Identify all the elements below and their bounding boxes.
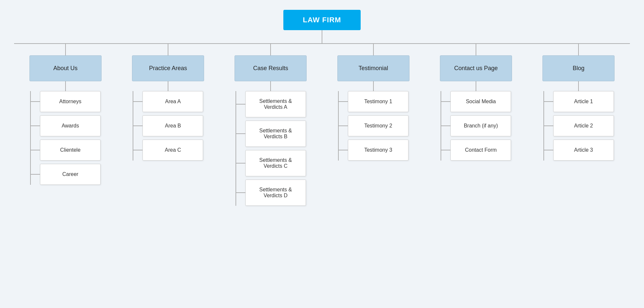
child-item-practice-areas-0: Area A xyxy=(133,91,203,112)
child-h-connector-blog-0 xyxy=(544,101,553,102)
child-item-about-us-2: Clientele xyxy=(31,140,101,161)
child-h-connector-contact-us-page-2 xyxy=(441,150,450,150)
col-bottom-connector-blog xyxy=(578,81,579,91)
child-h-connector-about-us-2 xyxy=(31,150,40,150)
children-list-case-results: Settlements &Verdicts ASettlements &Verd… xyxy=(236,91,306,206)
child-node-contact-us-page-2: Contact Form xyxy=(450,140,511,161)
child-node-testimonial-0: Testimony 1 xyxy=(348,91,408,112)
header-node-blog: Blog xyxy=(542,55,615,81)
column-about-us: About UsAttorneysAwardsClienteleCareer xyxy=(14,44,117,185)
child-item-contact-us-page-1: Branch (if any) xyxy=(441,115,511,136)
child-item-blog-1: Article 2 xyxy=(544,115,614,136)
col-top-connector-blog xyxy=(578,44,579,55)
col-top-connector-practice-areas xyxy=(168,44,168,55)
child-item-case-results-3: Settlements &Verdicts D xyxy=(236,180,306,206)
col-top-connector-case-results xyxy=(270,44,271,55)
header-node-testimonial: Testimonial xyxy=(337,55,409,81)
child-item-practice-areas-1: Area B xyxy=(133,115,203,136)
column-blog: BlogArticle 1Article 2Article 3 xyxy=(527,44,630,161)
child-h-connector-case-results-2 xyxy=(236,163,245,164)
child-h-connector-practice-areas-0 xyxy=(133,101,142,102)
child-node-practice-areas-0: Area A xyxy=(142,91,203,112)
col-bottom-connector-contact-us-page xyxy=(476,81,476,91)
child-node-testimonial-2: Testimony 3 xyxy=(348,140,408,161)
child-node-practice-areas-2: Area C xyxy=(142,140,203,161)
child-h-connector-about-us-0 xyxy=(31,101,40,102)
col-top-connector-contact-us-page xyxy=(476,44,476,55)
child-h-connector-case-results-0 xyxy=(236,104,245,105)
child-node-case-results-0: Settlements &Verdicts A xyxy=(245,91,306,117)
child-h-connector-practice-areas-1 xyxy=(133,125,142,126)
header-node-practice-areas: Practice Areas xyxy=(132,55,204,81)
child-h-connector-practice-areas-2 xyxy=(133,150,142,150)
child-item-contact-us-page-0: Social Media xyxy=(441,91,511,112)
child-h-connector-contact-us-page-1 xyxy=(441,125,450,126)
child-item-blog-2: Article 3 xyxy=(544,140,614,161)
child-node-blog-1: Article 2 xyxy=(553,115,614,136)
child-item-about-us-0: Attorneys xyxy=(31,91,101,112)
root-node: LAW FIRM xyxy=(283,10,361,30)
col-bottom-connector-case-results xyxy=(270,81,271,91)
child-item-case-results-0: Settlements &Verdicts A xyxy=(236,91,306,117)
child-h-connector-about-us-3 xyxy=(31,174,40,175)
column-testimonial: TestimonialTestimony 1Testimony 2Testimo… xyxy=(322,44,425,161)
child-item-about-us-1: Awards xyxy=(31,115,101,136)
child-node-contact-us-page-0: Social Media xyxy=(450,91,511,112)
col-bottom-connector-testimonial xyxy=(373,81,374,91)
columns-row: About UsAttorneysAwardsClienteleCareerPr… xyxy=(14,44,630,206)
child-node-practice-areas-1: Area B xyxy=(142,115,203,136)
child-node-about-us-2: Clientele xyxy=(40,140,101,161)
column-practice-areas: Practice AreasArea AArea BArea C xyxy=(117,44,219,161)
child-item-contact-us-page-2: Contact Form xyxy=(441,140,511,161)
root-vertical-connector xyxy=(322,30,322,43)
child-node-testimonial-1: Testimony 2 xyxy=(348,115,408,136)
child-node-about-us-1: Awards xyxy=(40,115,101,136)
children-list-practice-areas: Area AArea BArea C xyxy=(133,91,203,161)
child-item-testimonial-2: Testimony 3 xyxy=(339,140,408,161)
child-h-connector-testimonial-0 xyxy=(339,101,348,102)
child-node-case-results-3: Settlements &Verdicts D xyxy=(245,180,306,206)
child-node-about-us-0: Attorneys xyxy=(40,91,101,112)
children-wrapper-practice-areas: Area AArea BArea C xyxy=(133,91,203,161)
child-h-connector-testimonial-2 xyxy=(339,150,348,150)
children-wrapper-blog: Article 1Article 2Article 3 xyxy=(543,91,614,161)
col-bottom-connector-practice-areas xyxy=(168,81,168,91)
child-item-testimonial-0: Testimony 1 xyxy=(339,91,408,112)
child-node-blog-2: Article 3 xyxy=(553,140,614,161)
column-contact-us-page: Contact us PageSocial MediaBranch (if an… xyxy=(425,44,527,161)
child-h-connector-testimonial-1 xyxy=(339,125,348,126)
child-node-contact-us-page-1: Branch (if any) xyxy=(450,115,511,136)
child-node-about-us-3: Career xyxy=(40,164,101,185)
child-node-case-results-2: Settlements &Verdicts C xyxy=(245,150,306,176)
children-wrapper-contact-us-page: Social MediaBranch (if any)Contact Form xyxy=(441,91,511,161)
col-top-connector-testimonial xyxy=(373,44,374,55)
children-list-testimonial: Testimony 1Testimony 2Testimony 3 xyxy=(339,91,408,161)
child-item-testimonial-1: Testimony 2 xyxy=(339,115,408,136)
child-item-practice-areas-2: Area C xyxy=(133,140,203,161)
child-item-case-results-1: Settlements &Verdicts B xyxy=(236,121,306,147)
column-case-results: Case ResultsSettlements &Verdicts ASettl… xyxy=(219,44,322,206)
child-h-connector-blog-2 xyxy=(544,150,553,150)
header-node-contact-us-page: Contact us Page xyxy=(440,55,512,81)
child-h-connector-case-results-1 xyxy=(236,133,245,134)
children-list-contact-us-page: Social MediaBranch (if any)Contact Form xyxy=(441,91,511,161)
child-item-about-us-3: Career xyxy=(31,164,101,185)
tree-container: LAW FIRM About UsAttorneysAwardsClientel… xyxy=(0,0,644,216)
children-list-blog: Article 1Article 2Article 3 xyxy=(544,91,614,161)
col-top-connector-about-us xyxy=(65,44,66,55)
child-item-case-results-2: Settlements &Verdicts C xyxy=(236,150,306,176)
child-h-connector-case-results-3 xyxy=(236,192,245,193)
child-h-connector-blog-1 xyxy=(544,125,553,126)
children-list-about-us: AttorneysAwardsClienteleCareer xyxy=(31,91,101,185)
col-bottom-connector-about-us xyxy=(65,81,66,91)
child-h-connector-about-us-1 xyxy=(31,125,40,126)
child-node-case-results-1: Settlements &Verdicts B xyxy=(245,121,306,147)
child-item-blog-0: Article 1 xyxy=(544,91,614,112)
header-node-about-us: About Us xyxy=(29,55,102,81)
children-wrapper-case-results: Settlements &Verdicts ASettlements &Verd… xyxy=(236,91,306,206)
header-node-case-results: Case Results xyxy=(235,55,307,81)
child-h-connector-contact-us-page-0 xyxy=(441,101,450,102)
children-wrapper-testimonial: Testimony 1Testimony 2Testimony 3 xyxy=(338,91,408,161)
child-node-blog-0: Article 1 xyxy=(553,91,614,112)
children-wrapper-about-us: AttorneysAwardsClienteleCareer xyxy=(30,91,101,185)
